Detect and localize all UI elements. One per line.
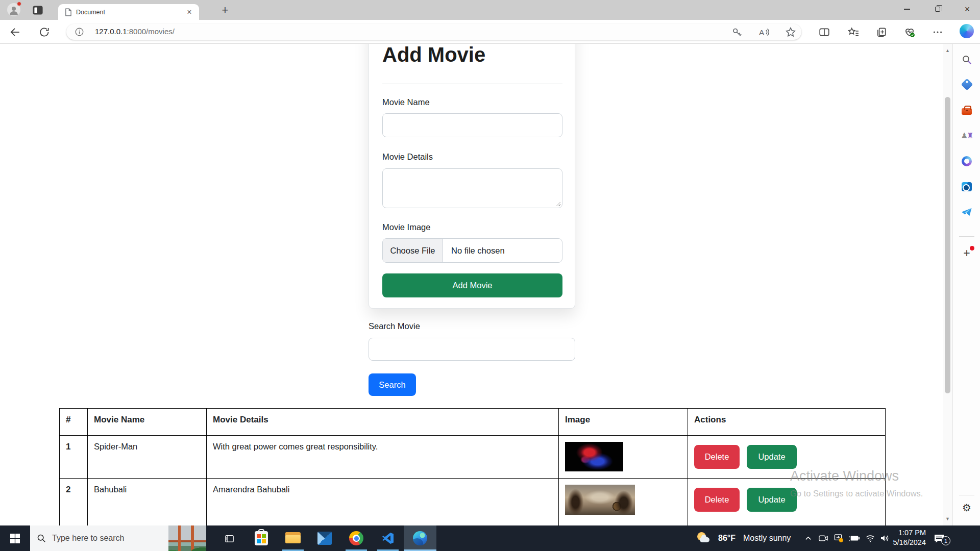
sidebar-shopping-icon[interactable] (961, 78, 973, 90)
col-header-details: Movie Details (207, 409, 559, 436)
mail-icon (317, 532, 332, 545)
taskbar-store-button[interactable] (246, 525, 277, 551)
movie-name-cell: Bahubali (88, 479, 207, 526)
movie-image-file-input[interactable]: Choose File No file chosen (382, 238, 562, 263)
saved-password-icon[interactable] (731, 27, 743, 38)
task-view-button[interactable] (214, 525, 244, 551)
clock-date: 5/16/2024 (887, 538, 926, 547)
chevron-up-icon (804, 535, 812, 542)
taskbar-chrome-button[interactable] (340, 525, 372, 551)
notification-count-badge: 1 (941, 536, 950, 545)
site-info-icon[interactable] (75, 27, 84, 37)
search-button[interactable]: Search (369, 373, 416, 396)
scroll-up-icon[interactable]: ▲ (943, 48, 952, 53)
file-icon (65, 8, 71, 16)
update-button[interactable]: Update (747, 488, 797, 512)
sidebar-search-icon[interactable] (961, 54, 973, 66)
scroll-down-icon[interactable]: ▼ (943, 516, 952, 521)
movie-name-input[interactable] (382, 113, 562, 137)
scrollbar-thumb[interactable] (945, 97, 950, 393)
sidebar-divider (959, 495, 974, 495)
collections-icon[interactable] (876, 27, 887, 38)
col-header-num: # (60, 409, 88, 436)
clock-time: 1:07 PM (887, 528, 926, 538)
weather-temperature[interactable]: 86°F (714, 525, 740, 551)
back-button[interactable] (9, 27, 20, 38)
search-icon (37, 534, 46, 543)
copilot-icon[interactable] (960, 24, 974, 38)
weather-description[interactable]: Mostly sunny (743, 525, 804, 551)
new-tab-button[interactable]: + (218, 4, 232, 17)
file-explorer-icon (285, 532, 301, 544)
taskbar-search-box[interactable]: Type here to search (30, 525, 206, 551)
table-row: 2 Bahubali Amarendra Bahubali Delete Upd… (60, 479, 886, 526)
row-number: 2 (60, 479, 88, 526)
settings-and-more-icon[interactable] (932, 27, 943, 38)
resize-grip-icon[interactable] (555, 201, 560, 206)
movie-poster-bahubali (565, 485, 635, 515)
start-button[interactable] (0, 525, 30, 551)
tray-battery-icon[interactable] (846, 525, 863, 551)
sync-icon (834, 534, 844, 543)
favorites-icon[interactable] (848, 27, 859, 38)
sidebar-m365-icon[interactable] (961, 155, 973, 167)
activate-windows-watermark: Activate Windows (790, 468, 899, 484)
sidebar-tools-icon[interactable] (961, 104, 973, 116)
sidebar-drop-icon[interactable] (961, 206, 973, 218)
col-header-name: Movie Name (88, 409, 207, 436)
table-header-row: # Movie Name Movie Details Image Actions (60, 409, 886, 436)
taskbar-mail-button[interactable] (309, 525, 340, 551)
tab-close-button[interactable]: × (185, 8, 194, 16)
windows-logo-icon (10, 534, 20, 543)
taskbar-clock[interactable]: 1:07 PM 5/16/2024 (887, 528, 926, 547)
close-icon: × (965, 5, 970, 14)
page-viewport: Add Movie Movie Name Movie Details Movie… (0, 44, 943, 525)
refresh-button[interactable] (39, 27, 50, 38)
delete-button[interactable]: Delete (694, 488, 740, 512)
add-movie-submit-button[interactable]: Add Movie (382, 273, 562, 297)
tab-title: Document (76, 9, 185, 16)
sidebar-outlook-icon[interactable] (961, 181, 973, 193)
sidebar-settings-icon[interactable]: ⚙ (961, 502, 973, 514)
search-box-picture (168, 525, 206, 551)
weather-icon[interactable] (693, 525, 714, 551)
window-close-button[interactable]: × (955, 0, 979, 18)
minimize-icon (904, 9, 910, 10)
split-screen-icon[interactable] (819, 27, 830, 38)
row-number: 1 (60, 436, 88, 479)
tray-meet-now-button[interactable] (816, 525, 831, 551)
update-button[interactable]: Update (747, 445, 797, 469)
taskbar-vscode-button[interactable] (372, 525, 404, 551)
movie-details-label: Movie Details (382, 152, 433, 162)
screen: Document × + × 127.0.0.1:8000/movies/ A (0, 0, 980, 551)
movie-details-textarea[interactable] (382, 168, 562, 208)
read-aloud-icon[interactable]: A (758, 27, 770, 38)
browser-titlebar: Document × + × (0, 0, 980, 20)
taskbar-file-explorer-button[interactable] (277, 525, 309, 551)
vscode-icon (381, 532, 395, 545)
taskbar-edge-button[interactable] (404, 525, 436, 551)
tray-show-hidden-icons-button[interactable] (800, 525, 816, 551)
table-row: 1 Spider-Man With great power comes grea… (60, 436, 886, 479)
browser-tab[interactable]: Document × (58, 4, 199, 20)
sidebar-games-icon[interactable]: ♟♜ (961, 130, 973, 142)
choose-file-button[interactable]: Choose File (383, 239, 443, 262)
delete-button[interactable]: Delete (694, 445, 740, 469)
col-header-image: Image (559, 409, 688, 436)
tab-actions-menu-button[interactable] (32, 4, 44, 16)
window-restore-button[interactable] (926, 0, 949, 18)
url-text[interactable]: 127.0.0.1:8000/movies/ (95, 27, 175, 36)
edge-sidebar: ♟♜ + ⚙ (952, 44, 980, 525)
add-movie-card: Add Movie Movie Name Movie Details Movie… (369, 44, 575, 309)
add-favorite-star-icon[interactable] (785, 27, 796, 38)
window-minimize-button[interactable] (895, 0, 919, 18)
url-host: 127.0.0.1 (95, 27, 127, 36)
address-bar[interactable]: 127.0.0.1:8000/movies/ A (66, 24, 801, 40)
movie-details-cell: With great power comes great responsibil… (207, 436, 559, 479)
search-movie-label: Search Movie (369, 321, 420, 331)
tray-wifi-icon[interactable] (863, 525, 878, 551)
vertical-scrollbar[interactable]: ▲ ▼ (943, 44, 952, 525)
tray-sync-status-button[interactable] (831, 525, 846, 551)
browser-essentials-icon[interactable] (904, 27, 915, 38)
search-movie-input[interactable] (369, 338, 575, 361)
